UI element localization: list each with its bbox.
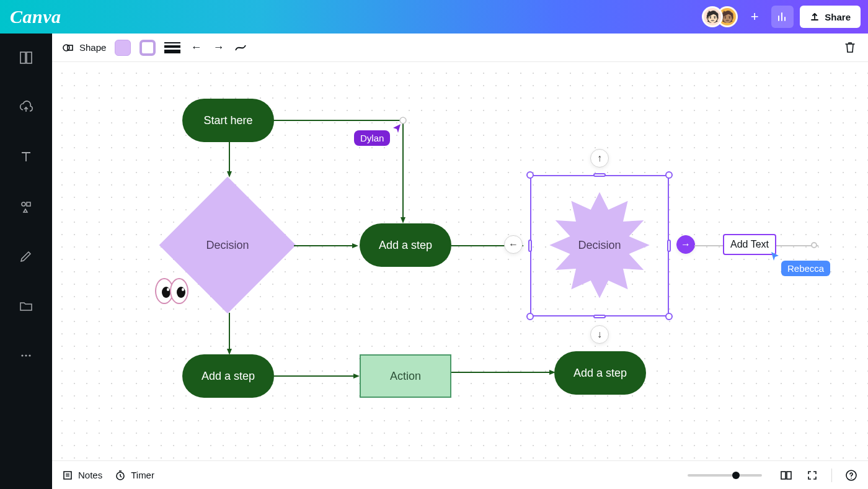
svg-point-5 bbox=[25, 354, 27, 356]
line-type-button[interactable] bbox=[234, 41, 247, 55]
connector[interactable] bbox=[451, 367, 557, 377]
svg-marker-12 bbox=[352, 243, 358, 248]
footer-bar: Notes Timer bbox=[52, 460, 868, 489]
notes-button[interactable]: Notes bbox=[62, 470, 102, 481]
upload-icon bbox=[810, 12, 820, 22]
fullscreen-button[interactable] bbox=[805, 469, 819, 482]
topbar-right: 🧑🏻 🧑🏽 + Share bbox=[702, 6, 861, 28]
svg-marker-18 bbox=[353, 374, 360, 379]
node-label: Add a step bbox=[574, 367, 627, 380]
top-bar: Canva 🧑🏻 🧑🏽 + Share bbox=[0, 0, 868, 34]
svg-rect-3 bbox=[27, 202, 30, 206]
share-button[interactable]: Share bbox=[800, 6, 861, 28]
connector-endpoint[interactable] bbox=[811, 242, 817, 248]
selection-handle[interactable] bbox=[526, 313, 534, 320]
zoom-knob[interactable] bbox=[732, 472, 740, 479]
node-label: Start here bbox=[203, 114, 252, 127]
collaborator-cursor bbox=[770, 251, 780, 261]
node-label: Add a step bbox=[379, 239, 432, 252]
context-toolbar: Shape ← → bbox=[52, 34, 868, 62]
svg-rect-25 bbox=[787, 472, 791, 479]
add-direction-right-button[interactable]: → bbox=[676, 235, 695, 254]
arrow-end-button[interactable]: → bbox=[211, 41, 225, 55]
editor: Shape ← → Start here bbox=[52, 34, 868, 489]
help-button[interactable] bbox=[844, 469, 858, 482]
draw-icon[interactable] bbox=[18, 248, 34, 264]
line-weight-button[interactable] bbox=[164, 42, 180, 54]
add-text-node[interactable]: Add Text bbox=[723, 234, 776, 255]
border-color-swatch[interactable] bbox=[140, 40, 156, 56]
selection-side-handle[interactable] bbox=[667, 240, 671, 252]
notes-icon bbox=[62, 470, 73, 481]
text-icon[interactable] bbox=[18, 149, 34, 165]
canva-logo[interactable]: Canva bbox=[10, 6, 61, 27]
connector[interactable] bbox=[294, 241, 360, 251]
connector[interactable] bbox=[274, 371, 361, 381]
add-direction-left-button[interactable]: ← bbox=[504, 235, 523, 254]
svg-rect-0 bbox=[20, 52, 25, 63]
svg-point-2 bbox=[22, 202, 25, 206]
shape-label: Shape bbox=[79, 42, 106, 53]
svg-rect-24 bbox=[781, 472, 786, 479]
collaborator-avatars[interactable]: 🧑🏻 🧑🏽 bbox=[702, 6, 738, 27]
shape-button[interactable]: Shape bbox=[62, 42, 106, 54]
selection-side-handle[interactable] bbox=[528, 240, 532, 252]
timer-icon bbox=[115, 470, 126, 481]
add-collaborator-button[interactable]: + bbox=[744, 6, 765, 27]
zoom-slider[interactable] bbox=[688, 474, 762, 477]
node-add-step[interactable]: Add a step bbox=[554, 351, 646, 395]
svg-marker-13 bbox=[401, 217, 405, 223]
separator bbox=[831, 469, 832, 482]
node-start[interactable]: Start here bbox=[182, 99, 274, 142]
side-panel bbox=[0, 34, 52, 489]
selection-handle[interactable] bbox=[665, 313, 673, 320]
projects-icon[interactable] bbox=[18, 298, 34, 314]
selection-side-handle[interactable] bbox=[593, 173, 606, 177]
node-label: Add Text bbox=[730, 239, 769, 249]
arrow-start-button[interactable]: ← bbox=[189, 41, 203, 55]
elements-icon[interactable] bbox=[18, 199, 34, 215]
selection-frame[interactable] bbox=[530, 175, 669, 316]
notes-label: Notes bbox=[78, 470, 102, 480]
shape-icon bbox=[62, 42, 74, 54]
insights-button[interactable] bbox=[771, 6, 794, 28]
svg-rect-1 bbox=[27, 52, 32, 63]
canvas[interactable]: Start here Decision Add a step bbox=[52, 62, 868, 460]
node-add-step[interactable]: Add a step bbox=[360, 223, 451, 267]
connector[interactable] bbox=[224, 313, 234, 356]
uploads-icon[interactable] bbox=[18, 99, 34, 115]
share-label: Share bbox=[825, 12, 851, 22]
fill-color-swatch[interactable] bbox=[115, 40, 131, 56]
delete-button[interactable] bbox=[843, 40, 858, 55]
selection-side-handle[interactable] bbox=[593, 315, 606, 318]
node-action[interactable]: Action bbox=[360, 354, 451, 398]
timer-button[interactable]: Timer bbox=[115, 470, 154, 481]
node-label: Add a step bbox=[202, 370, 255, 383]
collaborator-tag-rebecca: Rebecca bbox=[781, 261, 830, 276]
add-direction-up-button[interactable]: ↑ bbox=[590, 149, 609, 168]
grid-view-button[interactable] bbox=[779, 469, 793, 482]
eyes-sticker[interactable] bbox=[155, 278, 188, 304]
connector[interactable] bbox=[224, 141, 234, 179]
templates-icon[interactable] bbox=[18, 50, 34, 66]
chart-icon bbox=[777, 11, 788, 22]
collaborator-cursor bbox=[392, 123, 402, 133]
node-label: Action bbox=[390, 370, 421, 383]
svg-point-4 bbox=[21, 354, 23, 356]
collaborator-tag-dylan: Dylan bbox=[354, 130, 390, 146]
add-direction-down-button[interactable]: ↓ bbox=[590, 325, 609, 344]
selection-handle[interactable] bbox=[526, 171, 534, 179]
selection-handle[interactable] bbox=[665, 171, 673, 179]
svg-point-6 bbox=[29, 354, 30, 356]
timer-label: Timer bbox=[131, 470, 154, 480]
node-add-step[interactable]: Add a step bbox=[182, 354, 274, 398]
more-icon[interactable] bbox=[18, 348, 34, 364]
